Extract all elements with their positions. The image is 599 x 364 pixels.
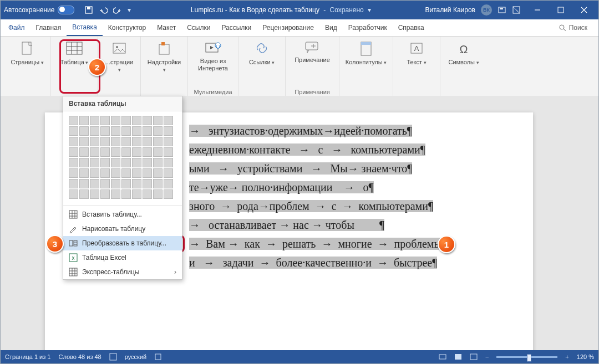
video-label: Видео из Интернета xyxy=(194,58,232,71)
doc-line: ыми → устройствами → Мы→ знаем·что¶ xyxy=(189,162,412,175)
doc-line: → энтузиастов·одержимых→идеей·помогать¶ xyxy=(189,125,412,137)
page-icon xyxy=(20,41,34,58)
header-footer-button[interactable]: Колонтитулы xyxy=(345,40,387,66)
tab-home[interactable]: Главная xyxy=(31,19,67,36)
zoom-slider[interactable] xyxy=(496,356,557,358)
tell-me-search[interactable]: Поиск xyxy=(559,19,598,36)
menu-draw-table[interactable]: Нарисовать таблицу xyxy=(63,222,182,236)
textbox-icon: A xyxy=(409,41,424,58)
status-words[interactable]: Слово 48 из 48 xyxy=(58,353,101,360)
menu-label: Нарисовать таблицу xyxy=(82,225,145,233)
group-media: Видео из Интернета Мультимедиа xyxy=(188,37,238,96)
maximize-button[interactable] xyxy=(550,2,572,18)
table-grid-picker[interactable] xyxy=(63,111,182,203)
display-mode-icon[interactable] xyxy=(512,6,521,14)
close-button[interactable] xyxy=(573,2,595,18)
tab-developer[interactable]: Разработчик xyxy=(343,19,393,36)
table-button[interactable]: Таблица xyxy=(57,40,92,66)
pages-button[interactable]: Страницы xyxy=(9,40,45,66)
pencil-icon xyxy=(69,224,78,233)
dropdown-title: Вставка таблицы xyxy=(63,96,182,111)
undo-icon[interactable] xyxy=(99,6,108,14)
web-layout-icon[interactable] xyxy=(470,353,478,361)
zoom-level[interactable]: 120 % xyxy=(577,353,594,360)
menu-quick-tables[interactable]: Экспресс-таблицы › xyxy=(63,265,182,279)
search-icon xyxy=(559,24,566,32)
group-symbols: Ω Символы xyxy=(440,37,487,96)
user-area: Виталий Каиров ВК xyxy=(425,4,521,16)
grid-icon xyxy=(69,210,78,219)
notification-icon[interactable] xyxy=(498,6,506,14)
ribbon-tabs: Файл Главная Вставка Конструктор Макет С… xyxy=(1,19,598,37)
media-group-label: Мультимедиа xyxy=(194,88,232,95)
doc-line: → Вам → как → решать → многие → проблемы… xyxy=(189,238,446,250)
addins-label: Надстройки xyxy=(146,59,182,73)
svg-rect-5 xyxy=(558,7,564,13)
addins-button[interactable]: Надстройки xyxy=(146,40,182,73)
autosave-toggle[interactable]: Автосохранение xyxy=(4,6,74,14)
group-pages: Страницы xyxy=(4,37,51,96)
search-label: Поиск xyxy=(569,24,587,32)
tab-review[interactable]: Рецензирование xyxy=(257,19,319,36)
menu-insert-table[interactable]: Вставить таблицу... xyxy=(63,207,182,222)
macro-icon[interactable] xyxy=(154,353,162,361)
illustrations-button[interactable]: ...страции xyxy=(104,40,135,73)
header-icon xyxy=(359,41,373,58)
picture-icon xyxy=(112,41,126,58)
svg-point-10 xyxy=(116,46,118,48)
svg-rect-27 xyxy=(110,353,116,360)
svg-point-14 xyxy=(215,43,221,48)
redo-icon[interactable] xyxy=(113,6,122,14)
status-language[interactable]: русский xyxy=(125,353,146,360)
svg-rect-28 xyxy=(155,354,161,360)
tab-references[interactable]: Ссылки xyxy=(181,19,216,36)
tab-file[interactable]: Файл xyxy=(3,19,31,36)
tab-help[interactable]: Справка xyxy=(393,19,430,36)
comment-group-label: Примечания xyxy=(295,88,330,95)
table-icon xyxy=(65,41,83,58)
table-label: Таблица xyxy=(60,59,89,66)
svg-rect-11 xyxy=(159,44,169,54)
text-button[interactable]: A Текст xyxy=(399,40,434,66)
symbols-label: Символы xyxy=(448,59,479,66)
read-mode-icon[interactable] xyxy=(439,353,446,361)
online-video-button[interactable]: Видео из Интернета xyxy=(194,40,232,71)
avatar[interactable]: ВК xyxy=(481,4,492,16)
tab-layout[interactable]: Макет xyxy=(151,19,181,36)
zoom-out-button[interactable]: − xyxy=(485,353,489,360)
tab-view[interactable]: Вид xyxy=(319,19,343,36)
links-button[interactable]: Ссылки xyxy=(244,40,280,66)
status-page[interactable]: Страница 1 из 1 xyxy=(5,353,50,360)
tab-design[interactable]: Конструктор xyxy=(103,19,151,36)
zoom-in-button[interactable]: + xyxy=(565,353,568,360)
quick-access-toolbar: ▾ xyxy=(84,6,131,14)
tab-mailings[interactable]: Рассылки xyxy=(216,19,257,36)
svg-rect-31 xyxy=(470,354,477,360)
svg-rect-8 xyxy=(67,42,82,54)
pages-label: Страницы xyxy=(11,59,43,66)
doc-line: зного → рода→проблем → с → компьютерами¶ xyxy=(189,200,433,212)
doc-line: ежедневном·контакте → с → компьютерами¶ xyxy=(189,143,425,156)
tab-insert[interactable]: Вставка xyxy=(67,19,103,36)
window-title: Lumpics.ru - Как в Ворде сделать таблицу… xyxy=(136,6,425,14)
menu-label: Таблица Excel xyxy=(82,254,126,262)
illustrations-label: ...страции xyxy=(104,59,135,73)
minimize-button[interactable] xyxy=(526,2,549,18)
group-links: Ссылки xyxy=(238,37,286,96)
save-icon[interactable] xyxy=(84,6,93,14)
qat-dropdown-icon[interactable]: ▾ xyxy=(128,6,131,14)
symbols-button[interactable]: Ω Символы xyxy=(446,40,481,66)
header-footer-label: Колонтитулы xyxy=(346,59,387,66)
svg-rect-21 xyxy=(69,211,77,218)
menu-convert-to-table[interactable]: Преобразовать в таблицу... xyxy=(63,236,182,250)
comment-button[interactable]: Примечание xyxy=(291,40,333,64)
menu-label: Вставить таблицу... xyxy=(82,211,142,218)
menu-excel-table[interactable]: x Таблица Excel xyxy=(63,250,182,265)
toggle-icon[interactable] xyxy=(58,6,74,14)
titlebar: Автосохранение ▾ Lumpics.ru - Как в Ворд… xyxy=(1,1,598,19)
annotation-badge-1: 1 xyxy=(438,235,455,253)
print-layout-icon[interactable] xyxy=(454,353,462,361)
spellcheck-icon[interactable] xyxy=(109,353,117,361)
svg-rect-26 xyxy=(69,268,77,276)
svg-rect-12 xyxy=(161,42,165,45)
